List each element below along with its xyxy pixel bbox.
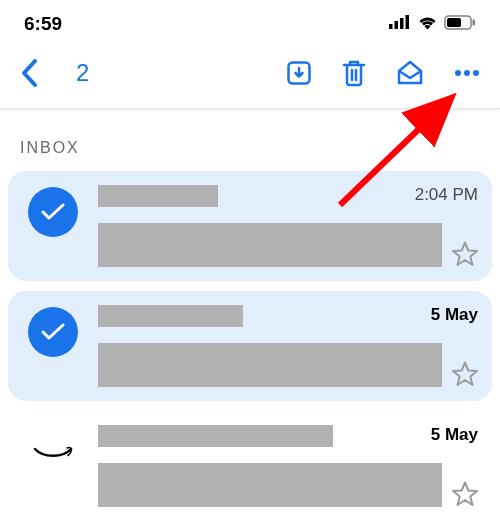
- svg-point-9: [464, 70, 470, 76]
- archive-button[interactable]: [286, 60, 312, 86]
- star-button[interactable]: [452, 455, 478, 507]
- svg-rect-5: [447, 18, 461, 27]
- email-preview: [98, 223, 442, 267]
- email-preview: [98, 463, 442, 507]
- email-row[interactable]: 2:04 PM: [8, 171, 492, 281]
- inbox-section-label: INBOX: [0, 109, 500, 171]
- email-sender: [98, 425, 333, 447]
- email-preview: [98, 343, 442, 387]
- back-button[interactable]: [20, 58, 38, 88]
- svg-rect-2: [400, 18, 404, 29]
- svg-rect-1: [395, 21, 399, 29]
- svg-marker-12: [453, 363, 477, 386]
- svg-point-10: [473, 70, 479, 76]
- svg-rect-0: [389, 24, 393, 29]
- star-button[interactable]: [452, 215, 478, 267]
- mark-read-button[interactable]: [396, 60, 424, 86]
- svg-marker-13: [453, 483, 477, 506]
- battery-icon: [444, 15, 476, 34]
- email-timestamp: 5 May: [431, 425, 478, 445]
- delete-button[interactable]: [342, 59, 366, 87]
- svg-rect-3: [406, 15, 410, 29]
- email-row[interactable]: 5 May: [8, 411, 492, 521]
- selection-check-icon[interactable]: [28, 187, 78, 237]
- svg-point-8: [455, 70, 461, 76]
- wifi-icon: [417, 15, 438, 34]
- svg-rect-6: [473, 19, 476, 25]
- status-icons: [389, 15, 476, 34]
- email-sender: [98, 305, 243, 327]
- selection-toolbar: 2: [0, 42, 500, 109]
- email-sender: [98, 185, 218, 207]
- email-row[interactable]: 5 May: [8, 291, 492, 401]
- selection-check-icon[interactable]: [28, 307, 78, 357]
- status-bar: 6:59: [0, 0, 500, 42]
- star-button[interactable]: [452, 335, 478, 387]
- svg-marker-11: [453, 243, 477, 266]
- cellular-icon: [389, 15, 411, 33]
- sender-avatar-amazon[interactable]: [28, 427, 78, 477]
- email-timestamp: 2:04 PM: [415, 185, 478, 205]
- status-time: 6:59: [24, 13, 62, 35]
- more-menu-button[interactable]: [454, 69, 480, 77]
- selected-count: 2: [76, 59, 89, 87]
- email-timestamp: 5 May: [431, 305, 478, 325]
